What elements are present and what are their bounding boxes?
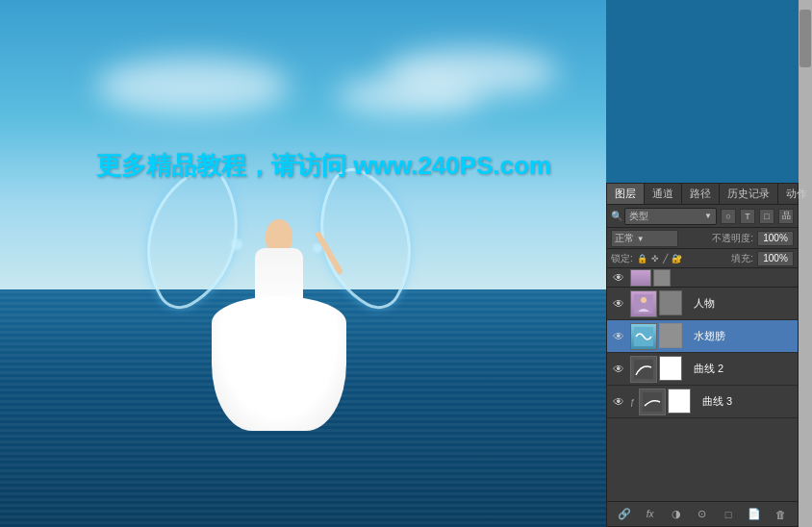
blend-mode-dropdown[interactable]: 正常 ▼: [611, 230, 678, 247]
tab-history[interactable]: 历史记录: [720, 184, 778, 204]
eye-icon-curves3[interactable]: 👁: [611, 394, 626, 410]
layer-name-person: 人物: [686, 296, 794, 311]
watermark-text: 更多精品教程，请访问 www.240PS.com: [96, 149, 551, 183]
layer-row-water[interactable]: 👁 水翅膀: [607, 320, 798, 353]
tab-actions[interactable]: 动作: [778, 184, 812, 204]
new-fill-button[interactable]: ◑: [668, 506, 685, 523]
link-button[interactable]: 🔗: [616, 506, 633, 523]
layer-thumb-water: [630, 323, 657, 350]
layer-link-icon: ƒ: [630, 397, 635, 407]
layer-thumbs-curves2: [630, 356, 682, 383]
layer-thumb-group-top: [630, 269, 671, 287]
blend-arrow-icon: ▼: [637, 235, 645, 243]
canvas-area: 更多精品教程，请访问 www.240PS.com: [0, 0, 606, 527]
dropdown-arrow-icon: ▼: [704, 212, 712, 220]
layer-mask-curves2: [659, 356, 682, 381]
delete-layer-button[interactable]: 🗑: [772, 506, 789, 523]
layer-mask-person: [659, 290, 682, 315]
layers-panel: 图层 通道 路径 历史记录 动作 🔍 类型 ▼ ○ T □ 品 正常 ▼ 不透明…: [606, 183, 799, 527]
fx-button[interactable]: fx: [642, 506, 659, 523]
panel-tabs: 图层 通道 路径 历史记录 动作: [607, 184, 798, 205]
layer-name-water: 水翅膀: [686, 329, 794, 343]
svg-point-1: [641, 297, 647, 303]
bride-figure: [212, 219, 346, 431]
layer-mask-thumb-top: [653, 269, 671, 287]
svg-rect-3: [634, 360, 653, 379]
eye-icon-top[interactable]: 👁: [611, 270, 626, 286]
layer-thumb-curves3: [639, 389, 666, 415]
layer-thumbs-person: [630, 290, 682, 317]
eye-icon-water[interactable]: 👁: [611, 329, 626, 344]
layers-spacer: [607, 418, 798, 447]
layer-thumbs-curves3: [639, 389, 691, 415]
layer-mask-curves3: [668, 389, 691, 414]
panel-icon-link[interactable]: 品: [778, 209, 794, 224]
lock-icon[interactable]: 🔒: [637, 254, 647, 264]
lock-label: 锁定:: [611, 252, 633, 265]
layer-thumbs-water: [630, 323, 682, 350]
layer-row-curves2[interactable]: 👁 曲线 2: [607, 353, 798, 386]
panel-icon-buttons: ○ T □ 品: [721, 209, 794, 224]
fill-label: 填充:: [731, 252, 753, 265]
tab-channels[interactable]: 通道: [645, 184, 682, 204]
tab-layers[interactable]: 图层: [607, 184, 645, 204]
adjustment-button[interactable]: ⊙: [694, 506, 711, 523]
blend-mode-row: 正常 ▼ 不透明度:: [607, 228, 798, 249]
type-dropdown[interactable]: 类型 ▼: [624, 208, 717, 225]
brush-icon[interactable]: ╱: [663, 254, 668, 264]
layer-thumb-person: [630, 290, 657, 317]
lock-row: 锁定: 🔒 ✜ ╱ 🔐 填充:: [607, 249, 798, 268]
tab-paths[interactable]: 路径: [682, 184, 720, 204]
layer-row-person[interactable]: 👁 人物: [607, 288, 798, 320]
panel-search-row: 🔍 类型 ▼ ○ T □ 品: [607, 205, 798, 228]
eye-icon-curves2[interactable]: 👁: [611, 362, 626, 377]
panel-bottom-bar: 🔗 fx ◑ ⊙ □ 📄 🗑: [607, 501, 798, 526]
group-button[interactable]: □: [720, 506, 737, 523]
layer-mask-water: [659, 323, 682, 348]
opacity-label: 不透明度:: [712, 232, 753, 245]
layer-row-curves3[interactable]: 👁 ƒ 曲线 3: [607, 386, 798, 418]
move-icon[interactable]: ✜: [651, 254, 659, 264]
opacity-input[interactable]: [757, 231, 794, 246]
scrollbar-thumb-handle[interactable]: [799, 10, 811, 67]
layer-row-top-partial[interactable]: 👁: [607, 268, 798, 288]
fill-input[interactable]: [757, 251, 794, 266]
type-dropdown-label: 类型: [629, 210, 648, 223]
layer-name-curves3: 曲线 3: [695, 394, 794, 409]
all-lock-icon[interactable]: 🔐: [672, 254, 682, 264]
new-layer-button[interactable]: 📄: [746, 506, 763, 523]
dress-skirt: [212, 296, 346, 431]
panel-icon-o[interactable]: ○: [721, 209, 736, 224]
right-scrollbar[interactable]: [799, 0, 812, 527]
layer-name-curves2: 曲线 2: [686, 362, 794, 376]
layer-thumb-curves2: [630, 356, 657, 383]
layer-thumb-top: [630, 269, 651, 287]
eye-icon-person[interactable]: 👁: [611, 296, 626, 312]
cloud-3: [385, 48, 558, 96]
search-icon: 🔍: [611, 211, 622, 221]
splash-1: [231, 238, 242, 250]
cloud-1: [96, 58, 289, 115]
blend-mode-label: 正常: [615, 233, 634, 243]
panel-icon-t[interactable]: T: [740, 209, 755, 224]
panel-icon-rect[interactable]: □: [759, 209, 774, 224]
